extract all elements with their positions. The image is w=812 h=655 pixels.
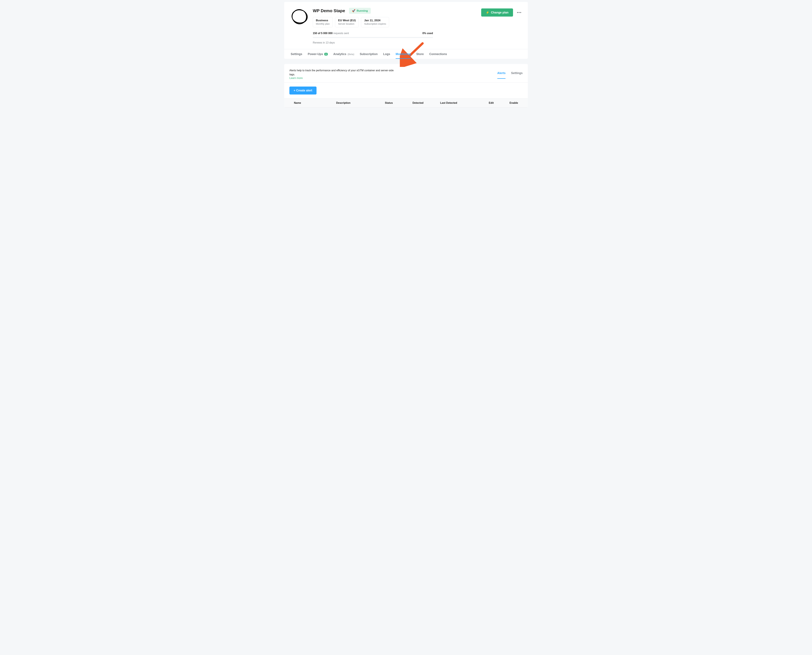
usage-count: 150 of 5 000 000: [313, 32, 332, 35]
location-value: EU West (EU): [338, 19, 356, 22]
col-last-detected: Last Detected: [440, 101, 469, 105]
usage-progress-bar: [313, 37, 433, 38]
col-description: Description: [336, 101, 378, 105]
tab-connections[interactable]: Connections: [429, 49, 447, 59]
tab-label: Monitoring: [395, 52, 411, 56]
svg-point-0: [291, 9, 308, 25]
col-name: Name: [294, 101, 330, 105]
main-tabs: Settings Power-Ups 6 Analytics (Beta) Su…: [284, 49, 528, 59]
container-logo: [291, 8, 308, 25]
location-card: EU West (EU) Server location: [335, 17, 359, 27]
status-label: Running: [357, 9, 368, 12]
col-status: Status: [385, 101, 406, 105]
tab-logs[interactable]: Logs: [383, 49, 390, 59]
alerts-table-header: Name Description Status Detected Last De…: [284, 98, 528, 108]
power-ups-count-badge: 6: [324, 53, 328, 55]
col-enable: Enable: [500, 101, 518, 105]
plan-card: Business Monthly plan: [313, 17, 333, 27]
tab-label: Connections: [429, 52, 447, 56]
monitoring-panel: Alerts help to track the performance and…: [284, 64, 528, 108]
learn-more-link[interactable]: Learn more: [289, 77, 303, 79]
usage-block: 150 of 5 000 000 requests sent 0% used R…: [313, 32, 433, 44]
usage-count-label-text: requests sent: [333, 32, 349, 35]
beta-label: (Beta): [348, 53, 354, 55]
tab-settings[interactable]: Settings: [291, 49, 302, 59]
tab-label: Logs: [383, 52, 390, 56]
svg-point-3: [291, 8, 308, 25]
usage-percent: 0% used: [422, 32, 433, 35]
change-plan-label: Change plan: [491, 11, 509, 14]
tab-label: Settings: [291, 52, 302, 56]
tab-label: Power-Ups: [308, 52, 323, 56]
tab-store[interactable]: Store: [416, 49, 424, 59]
location-label: Server location: [338, 22, 356, 25]
tab-analytics[interactable]: Analytics (Beta): [333, 49, 354, 59]
col-detected: Detected: [412, 101, 434, 105]
subtab-alerts[interactable]: Alerts: [497, 71, 506, 78]
change-plan-button[interactable]: ⚡ Change plan: [481, 8, 513, 17]
tab-label: Subscription: [360, 52, 378, 56]
create-alert-button[interactable]: + Create alert: [289, 86, 317, 94]
subtab-settings[interactable]: Settings: [511, 71, 523, 78]
tab-label: Store: [416, 52, 424, 56]
expiry-card: Jan 11, 2024 Subscription expires: [361, 17, 389, 27]
expiry-value: Jan 11, 2024: [364, 19, 386, 22]
tab-power-ups[interactable]: Power-Ups 6: [308, 49, 328, 59]
status-badge: 🚀 Running: [349, 8, 371, 14]
page-title: WP Demo Stape: [313, 8, 345, 13]
more-menu-button[interactable]: •••: [516, 9, 523, 15]
plan-label: Monthly plan: [316, 22, 330, 25]
container-header: WP Demo Stape 🚀 Running Business Monthly…: [284, 2, 528, 49]
rocket-icon: 🚀: [352, 9, 355, 12]
usage-renew: Renews in 13 days: [313, 41, 433, 44]
tab-monitoring[interactable]: Monitoring: [395, 49, 411, 59]
tab-label: Analytics: [333, 52, 346, 56]
monitoring-subtabs: Alerts Settings: [497, 71, 523, 78]
plan-value: Business: [316, 19, 330, 22]
col-edit: Edit: [476, 101, 494, 105]
expiry-label: Subscription expires: [364, 22, 386, 25]
tab-subscription[interactable]: Subscription: [360, 49, 378, 59]
monitoring-intro: Alerts help to track the performance and…: [289, 69, 400, 77]
bolt-icon: ⚡: [486, 11, 489, 14]
